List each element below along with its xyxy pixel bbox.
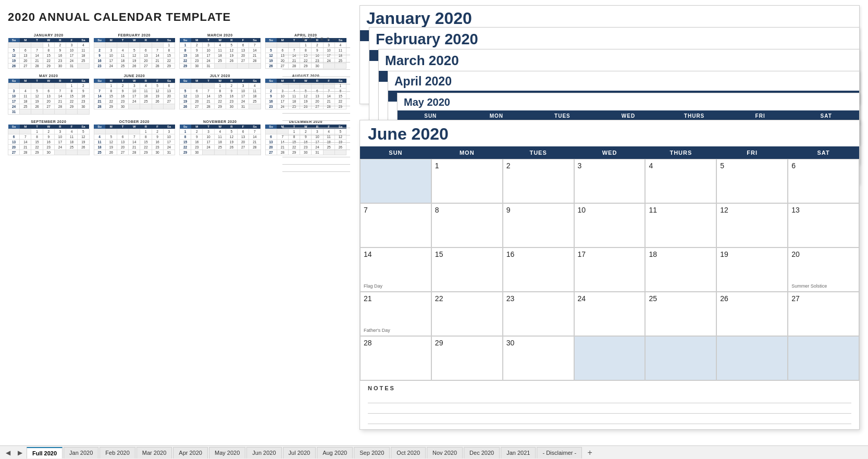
- june-cell-2-4: 18: [645, 247, 716, 292]
- june-cell-0-4: 4: [645, 159, 716, 203]
- june-cell-4-4: [645, 336, 716, 380]
- tab-may-2020[interactable]: May 2020: [209, 447, 245, 458]
- june-header-fri: FRI: [716, 146, 788, 159]
- tab-nov-2020[interactable]: Nov 2020: [427, 447, 463, 458]
- tab-aug-2020[interactable]: Aug 2020: [317, 447, 353, 458]
- tab-dec-2020[interactable]: Dec 2020: [464, 447, 500, 458]
- mini-calendar-9: OCTOBER 2020SuMTWRFSa1234567891011121314…: [94, 120, 176, 155]
- june-notes-lines: [368, 394, 851, 424]
- mini-calendar-4: MAY 2020SuMTWRFSa12345678910111213141516…: [8, 74, 90, 115]
- june-cell-1-3: 10: [574, 203, 646, 247]
- june-calendar: June 2020 SUNMONTUESWEDTHURSFRISAT 12345…: [359, 120, 860, 430]
- tab-full-2020[interactable]: Full 2020: [27, 447, 63, 458]
- tab-jul-2020[interactable]: Jul 2020: [283, 447, 316, 458]
- tab-nav-left[interactable]: ◀: [3, 448, 13, 458]
- mini-calendar-8: SEPTEMBER 2020SuMTWRFSa12345678910111213…: [8, 120, 90, 155]
- june-body: 1234567891011121314Flag Day151617181920S…: [360, 159, 859, 380]
- tab-bar: ◀ ▶ Full 2020Jan 2020Feb 2020Mar 2020Apr…: [0, 445, 868, 459]
- june-cell-4-2: 30: [503, 336, 574, 380]
- june-cell-1-2: 9: [503, 203, 574, 247]
- tab-mar-2020[interactable]: Mar 2020: [137, 447, 172, 458]
- june-cell-3-2: 23: [503, 292, 574, 336]
- mini-calendar-1: FEBRUARY 2020SuMTWRFSa123456789101112131…: [94, 33, 176, 69]
- june-cell-4-6: [788, 336, 859, 380]
- june-cell-1-4: 11: [645, 203, 716, 247]
- tab-sep-2020[interactable]: Sep 2020: [354, 447, 390, 458]
- tab---disclaimer--[interactable]: - Disclaimer -: [537, 447, 582, 458]
- june-cell-4-5: [716, 336, 788, 380]
- june-header-tues: TUES: [503, 146, 574, 159]
- june-notes-label: NOTES: [368, 385, 851, 391]
- june-cell-2-1: 15: [431, 247, 503, 292]
- notes-section-title: — N O T E S —: [282, 36, 350, 41]
- june-cell-1-5: 12: [716, 203, 788, 247]
- tab-jan-2020[interactable]: Jan 2020: [64, 447, 98, 458]
- june-cell-0-2: 2: [503, 159, 574, 203]
- june-cell-3-1: 22: [431, 292, 503, 336]
- june-cell-2-2: 16: [503, 247, 574, 292]
- june-cell-0-3: 3: [574, 159, 646, 203]
- june-cell-1-6: 13: [788, 203, 859, 247]
- june-cell-3-0: 21Father's Day: [360, 292, 431, 336]
- june-cell-1-1: 8: [431, 203, 503, 247]
- mini-calendar-5: JUNE 2020SuMTWRFSa1234567891011121314151…: [94, 74, 176, 115]
- june-header-row: SUNMONTUESWEDTHURSFRISAT: [360, 146, 859, 159]
- june-cell-4-0: 28: [360, 336, 431, 380]
- june-cell-2-5: 19: [716, 247, 788, 292]
- june-header-wed: WED: [574, 146, 646, 159]
- tab-feb-2020[interactable]: Feb 2020: [100, 447, 135, 458]
- annual-title: 2020 ANNUAL CALENDAR TEMPLATE: [8, 10, 346, 24]
- tab-nav-right[interactable]: ▶: [15, 448, 25, 458]
- june-cell-3-6: 27: [788, 292, 859, 336]
- june-header-mon: MON: [431, 146, 503, 159]
- notes-section: — N O T E S —: [282, 36, 350, 174]
- june-cell-3-3: 24: [574, 292, 646, 336]
- june-header-sat: SAT: [788, 146, 859, 159]
- june-cell-0-0: [360, 159, 431, 203]
- june-cell-0-1: 1: [431, 159, 503, 203]
- june-header-thurs: THURS: [645, 146, 716, 159]
- tab-oct-2020[interactable]: Oct 2020: [391, 447, 426, 458]
- june-cell-4-1: 29: [431, 336, 503, 380]
- june-header-sun: SUN: [360, 146, 431, 159]
- june-cell-2-0: 14Flag Day: [360, 247, 431, 292]
- mini-calendar-2: MARCH 2020SuMTWRFSa123456789101112131415…: [179, 33, 261, 69]
- spreadsheet-area: 2020 ANNUAL CALENDAR TEMPLATE JANUARY 20…: [0, 0, 868, 445]
- june-cell-0-6: 6: [788, 159, 859, 203]
- june-cell-1-0: 7: [360, 203, 431, 247]
- tab-apr-2020[interactable]: Apr 2020: [173, 447, 208, 458]
- june-notes-bar: NOTES: [360, 380, 859, 429]
- june-cell-0-5: 5: [716, 159, 788, 203]
- mini-calendar-6: JULY 2020SuMTWRFSa1234567891011121314151…: [179, 74, 261, 115]
- june-cell-2-3: 17: [574, 247, 646, 292]
- tab-add-button[interactable]: +: [585, 448, 595, 458]
- tab-jun-2020[interactable]: Jun 2020: [246, 447, 281, 458]
- june-cell-4-3: [574, 336, 646, 380]
- june-cell-2-6: 20Summer Solstice: [788, 247, 859, 292]
- mini-calendar-0: JANUARY 2020SuMTWRFSa1234567891011121314…: [8, 33, 90, 69]
- june-cell-3-5: 26: [716, 292, 788, 336]
- june-cell-3-4: 25: [645, 292, 716, 336]
- mini-calendar-10: NOVEMBER 2020SuMTWRFSa123456789101112131…: [179, 120, 261, 155]
- june-title: June 2020: [360, 120, 859, 146]
- tab-jan-2021[interactable]: Jan 2021: [501, 447, 536, 458]
